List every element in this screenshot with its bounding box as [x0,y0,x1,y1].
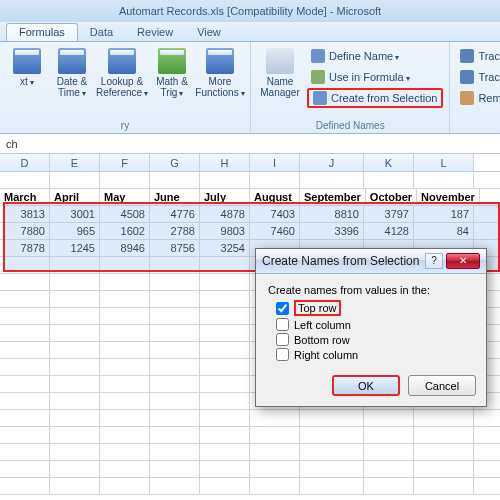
col-K[interactable]: K [364,154,414,171]
group-defined-names: Name Manager Define Name Use in Formula … [251,42,450,133]
tab-formulas[interactable]: Formulas [6,23,78,41]
cell[interactable]: 2788 [150,223,200,239]
dialog-titlebar[interactable]: Create Names from Selection ? ✕ [256,249,486,274]
cell[interactable]: 187 [414,206,474,222]
help-button[interactable]: ? [425,253,443,269]
cell[interactable]: 7460 [250,223,300,239]
check-bottom-row[interactable]: Bottom row [276,333,474,346]
cell[interactable]: 8946 [100,240,150,256]
dialog-prompt: Create names from values in the: [268,284,474,296]
cell[interactable]: 3001 [50,206,100,222]
btn-use-formula[interactable]: Use in Formula [307,67,443,87]
cell[interactable]: October [366,189,417,205]
cell[interactable]: 4878 [200,206,250,222]
tab-view[interactable]: View [185,24,233,41]
title-bar: Automart Records.xls [Compatibility Mode… [0,0,500,22]
empty-row[interactable] [0,461,500,478]
check-right-col[interactable]: Right column [276,348,474,361]
col-D[interactable]: D [0,154,50,171]
ok-button[interactable]: OK [332,375,400,396]
cell[interactable]: July [200,189,250,205]
close-button[interactable]: ✕ [446,253,480,269]
cell[interactable]: 84 [414,223,474,239]
cancel-button[interactable]: Cancel [408,375,476,396]
tag-icon [311,49,325,63]
cell[interactable]: 3797 [364,206,414,222]
cell[interactable]: November [417,189,480,205]
tab-review[interactable]: Review [125,24,185,41]
cell[interactable]: August [250,189,300,205]
btn-remove-arrow[interactable]: Remove Arrow [456,88,500,108]
col-I[interactable]: I [250,154,300,171]
empty-row[interactable] [0,444,500,461]
col-F[interactable]: F [100,154,150,171]
cell[interactable]: September [300,189,366,205]
table-row[interactable]: 38133001450847764878740388103797187 [0,206,500,223]
table-row[interactable]: 788096516022788980374603396412884 [0,223,500,240]
col-L[interactable]: L [414,154,474,171]
ribbon-tabs: Formulas Data Review View [0,22,500,42]
cell[interactable]: 4776 [150,206,200,222]
empty-row[interactable] [0,478,500,495]
cell[interactable]: 8756 [150,240,200,256]
checkbox-left[interactable] [276,318,289,331]
group-library: xt Date & Time Lookup & Reference Math &… [0,42,251,133]
col-H[interactable]: H [200,154,250,171]
cell[interactable]: 3813 [0,206,50,222]
btn-create-selection[interactable]: Create from Selection [307,88,443,108]
btn-name-manager[interactable]: Name Manager [257,46,303,108]
cell[interactable]: 4128 [364,223,414,239]
col-J[interactable]: J [300,154,364,171]
cell[interactable]: June [150,189,200,205]
cell[interactable]: 1245 [50,240,100,256]
cell[interactable]: March [0,189,50,205]
name-box[interactable]: ch [0,134,500,154]
btn-trace-depend[interactable]: Trace Depend [456,67,500,87]
cell[interactable]: 8810 [300,206,364,222]
arrow-icon [460,70,474,84]
check-left-col[interactable]: Left column [276,318,474,331]
btn-trace-preceder[interactable]: Trace Preceder [456,46,500,66]
cell[interactable]: 3254 [200,240,250,256]
empty-row[interactable] [0,172,500,189]
btn-text[interactable]: xt [6,46,48,99]
cell[interactable]: 1602 [100,223,150,239]
col-E[interactable]: E [50,154,100,171]
cell[interactable]: May [100,189,150,205]
checkbox-bottom[interactable] [276,333,289,346]
btn-define-name[interactable]: Define Name [307,46,443,66]
ribbon: xt Date & Time Lookup & Reference Math &… [0,42,500,134]
cell[interactable]: April [50,189,100,205]
arrow-icon [460,49,474,63]
empty-row[interactable] [0,410,500,427]
btn-lookup[interactable]: Lookup & Reference [96,46,148,99]
cell[interactable]: 9803 [200,223,250,239]
grid-icon [313,91,327,105]
cell[interactable]: 965 [50,223,100,239]
btn-datetime[interactable]: Date & Time [51,46,93,99]
group-names-label: Defined Names [257,119,443,131]
checkbox-right[interactable] [276,348,289,361]
btn-math[interactable]: Math & Trig [151,46,193,99]
table-header-row[interactable]: MarchAprilMayJuneJulyAugustSeptemberOcto… [0,189,500,206]
group-audit: Trace Preceder Trace Depend Remove Arrow [450,42,500,133]
group-library-label: ry [6,119,244,131]
cell[interactable]: 7878 [0,240,50,256]
col-G[interactable]: G [150,154,200,171]
check-top-row[interactable]: Top row [276,300,474,316]
tab-data[interactable]: Data [78,24,125,41]
cell[interactable]: 3396 [300,223,364,239]
dialog-create-names: Create Names from Selection ? ✕ Create n… [255,248,487,407]
cell[interactable]: 7880 [0,223,50,239]
fx-icon [311,70,325,84]
column-headers: D E F G H I J K L [0,154,500,172]
dialog-title: Create Names from Selection [262,254,419,268]
eraser-icon [460,91,474,105]
checkbox-top[interactable] [276,302,289,315]
cell[interactable]: 4508 [100,206,150,222]
empty-row[interactable] [0,427,500,444]
cell[interactable]: 7403 [250,206,300,222]
btn-more[interactable]: More Functions [196,46,244,99]
